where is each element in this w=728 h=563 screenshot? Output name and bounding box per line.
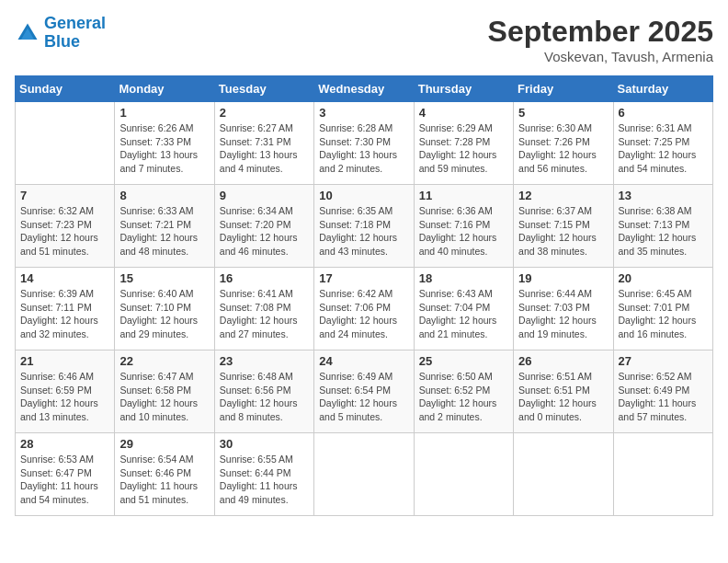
- month-title: September 2025: [488, 15, 713, 49]
- day-cell-15: 15Sunrise: 6:40 AM Sunset: 7:10 PM Dayli…: [115, 268, 214, 350]
- day-number: 8: [119, 189, 209, 202]
- day-info: Sunrise: 6:26 AM Sunset: 7:33 PM Dayligh…: [119, 121, 209, 176]
- empty-cell: [514, 433, 613, 516]
- header-sunday: Sunday: [16, 76, 115, 102]
- day-cell-23: 23Sunrise: 6:48 AM Sunset: 6:56 PM Dayli…: [214, 350, 313, 433]
- day-number: 10: [319, 189, 408, 202]
- day-info: Sunrise: 6:34 AM Sunset: 7:20 PM Dayligh…: [220, 204, 309, 259]
- day-number: 27: [619, 354, 708, 368]
- day-info: Sunrise: 6:46 AM Sunset: 6:59 PM Dayligh…: [20, 370, 109, 424]
- empty-cell: [613, 433, 712, 516]
- day-info: Sunrise: 6:54 AM Sunset: 6:46 PM Dayligh…: [119, 453, 209, 507]
- day-cell-21: 21Sunrise: 6:46 AM Sunset: 6:59 PM Dayli…: [16, 350, 115, 433]
- calendar-table: SundayMondayTuesdayWednesdayThursdayFrid…: [15, 75, 713, 516]
- header-thursday: Thursday: [414, 76, 513, 102]
- day-info: Sunrise: 6:36 AM Sunset: 7:16 PM Dayligh…: [419, 204, 508, 259]
- day-info: Sunrise: 6:41 AM Sunset: 7:08 PM Dayligh…: [220, 287, 309, 341]
- day-number: 24: [319, 354, 408, 368]
- day-cell-9: 9Sunrise: 6:34 AM Sunset: 7:20 PM Daylig…: [214, 185, 313, 268]
- day-cell-8: 8Sunrise: 6:33 AM Sunset: 7:21 PM Daylig…: [115, 185, 214, 268]
- day-info: Sunrise: 6:50 AM Sunset: 6:52 PM Dayligh…: [419, 370, 508, 424]
- day-cell-27: 27Sunrise: 6:52 AM Sunset: 6:49 PM Dayli…: [613, 350, 712, 433]
- week-row-1: 1Sunrise: 6:26 AM Sunset: 7:33 PM Daylig…: [16, 102, 713, 185]
- day-info: Sunrise: 6:33 AM Sunset: 7:21 PM Dayligh…: [119, 204, 209, 259]
- day-number: 1: [119, 106, 209, 120]
- empty-cell: [16, 102, 115, 185]
- header-tuesday: Tuesday: [214, 76, 313, 102]
- day-cell-6: 6Sunrise: 6:31 AM Sunset: 7:25 PM Daylig…: [613, 102, 712, 185]
- day-cell-26: 26Sunrise: 6:51 AM Sunset: 6:51 PM Dayli…: [514, 350, 613, 433]
- week-row-5: 28Sunrise: 6:53 AM Sunset: 6:47 PM Dayli…: [16, 433, 713, 516]
- day-cell-11: 11Sunrise: 6:36 AM Sunset: 7:16 PM Dayli…: [414, 185, 513, 268]
- day-number: 25: [419, 354, 508, 368]
- day-info: Sunrise: 6:31 AM Sunset: 7:25 PM Dayligh…: [619, 121, 708, 176]
- day-number: 5: [518, 106, 608, 120]
- day-number: 28: [20, 437, 109, 451]
- day-info: Sunrise: 6:53 AM Sunset: 6:47 PM Dayligh…: [20, 453, 109, 507]
- day-cell-20: 20Sunrise: 6:45 AM Sunset: 7:01 PM Dayli…: [613, 268, 712, 350]
- day-number: 18: [419, 271, 508, 285]
- day-info: Sunrise: 6:29 AM Sunset: 7:28 PM Dayligh…: [419, 121, 508, 176]
- day-info: Sunrise: 6:47 AM Sunset: 6:58 PM Dayligh…: [119, 370, 209, 424]
- week-row-3: 14Sunrise: 6:39 AM Sunset: 7:11 PM Dayli…: [16, 268, 713, 350]
- week-row-2: 7Sunrise: 6:32 AM Sunset: 7:23 PM Daylig…: [16, 185, 713, 268]
- day-number: 29: [119, 437, 209, 451]
- logo-text: General Blue: [44, 15, 106, 52]
- day-info: Sunrise: 6:39 AM Sunset: 7:11 PM Dayligh…: [20, 287, 109, 341]
- day-cell-7: 7Sunrise: 6:32 AM Sunset: 7:23 PM Daylig…: [16, 185, 115, 268]
- logo: General Blue: [15, 15, 106, 52]
- day-number: 16: [220, 271, 309, 285]
- day-number: 12: [518, 189, 608, 202]
- day-info: Sunrise: 6:48 AM Sunset: 6:56 PM Dayligh…: [220, 370, 309, 424]
- header-monday: Monday: [115, 76, 214, 102]
- title-block: September 2025 Voskevan, Tavush, Armenia: [488, 15, 713, 64]
- day-cell-4: 4Sunrise: 6:29 AM Sunset: 7:28 PM Daylig…: [414, 102, 513, 185]
- day-number: 20: [619, 271, 708, 285]
- day-info: Sunrise: 6:32 AM Sunset: 7:23 PM Dayligh…: [20, 204, 109, 259]
- day-cell-12: 12Sunrise: 6:37 AM Sunset: 7:15 PM Dayli…: [514, 185, 613, 268]
- day-number: 15: [119, 271, 209, 285]
- day-number: 21: [20, 354, 109, 368]
- header-wednesday: Wednesday: [314, 76, 414, 102]
- day-number: 26: [518, 354, 608, 368]
- empty-cell: [414, 433, 513, 516]
- week-row-4: 21Sunrise: 6:46 AM Sunset: 6:59 PM Dayli…: [16, 350, 713, 433]
- day-number: 30: [220, 437, 309, 451]
- header-friday: Friday: [514, 76, 613, 102]
- location: Voskevan, Tavush, Armenia: [488, 49, 713, 64]
- day-info: Sunrise: 6:45 AM Sunset: 7:01 PM Dayligh…: [619, 287, 708, 341]
- day-info: Sunrise: 6:43 AM Sunset: 7:04 PM Dayligh…: [419, 287, 508, 341]
- day-number: 22: [119, 354, 209, 368]
- day-cell-16: 16Sunrise: 6:41 AM Sunset: 7:08 PM Dayli…: [214, 268, 313, 350]
- day-info: Sunrise: 6:30 AM Sunset: 7:26 PM Dayligh…: [518, 121, 608, 176]
- day-info: Sunrise: 6:40 AM Sunset: 7:10 PM Dayligh…: [119, 287, 209, 341]
- day-cell-10: 10Sunrise: 6:35 AM Sunset: 7:18 PM Dayli…: [314, 185, 414, 268]
- logo-icon: [15, 20, 40, 46]
- day-info: Sunrise: 6:28 AM Sunset: 7:30 PM Dayligh…: [319, 121, 408, 176]
- day-cell-25: 25Sunrise: 6:50 AM Sunset: 6:52 PM Dayli…: [414, 350, 513, 433]
- day-number: 7: [20, 189, 109, 202]
- day-number: 3: [319, 106, 408, 120]
- day-number: 9: [220, 189, 309, 202]
- day-cell-24: 24Sunrise: 6:49 AM Sunset: 6:54 PM Dayli…: [314, 350, 414, 433]
- day-number: 17: [319, 271, 408, 285]
- day-number: 11: [419, 189, 508, 202]
- page-header: General Blue September 2025 Voskevan, Ta…: [15, 15, 713, 64]
- day-info: Sunrise: 6:52 AM Sunset: 6:49 PM Dayligh…: [619, 370, 708, 424]
- day-info: Sunrise: 6:44 AM Sunset: 7:03 PM Dayligh…: [518, 287, 608, 341]
- day-cell-2: 2Sunrise: 6:27 AM Sunset: 7:31 PM Daylig…: [214, 102, 313, 185]
- day-cell-18: 18Sunrise: 6:43 AM Sunset: 7:04 PM Dayli…: [414, 268, 513, 350]
- day-cell-30: 30Sunrise: 6:55 AM Sunset: 6:44 PM Dayli…: [214, 433, 313, 516]
- day-number: 6: [619, 106, 708, 120]
- day-cell-17: 17Sunrise: 6:42 AM Sunset: 7:06 PM Dayli…: [314, 268, 414, 350]
- day-cell-3: 3Sunrise: 6:28 AM Sunset: 7:30 PM Daylig…: [314, 102, 414, 185]
- day-cell-28: 28Sunrise: 6:53 AM Sunset: 6:47 PM Dayli…: [16, 433, 115, 516]
- empty-cell: [314, 433, 414, 516]
- day-info: Sunrise: 6:37 AM Sunset: 7:15 PM Dayligh…: [518, 204, 608, 259]
- day-cell-1: 1Sunrise: 6:26 AM Sunset: 7:33 PM Daylig…: [115, 102, 214, 185]
- day-number: 14: [20, 271, 109, 285]
- calendar-header-row: SundayMondayTuesdayWednesdayThursdayFrid…: [16, 76, 713, 102]
- day-number: 13: [619, 189, 708, 202]
- day-number: 19: [518, 271, 608, 285]
- day-info: Sunrise: 6:49 AM Sunset: 6:54 PM Dayligh…: [319, 370, 408, 424]
